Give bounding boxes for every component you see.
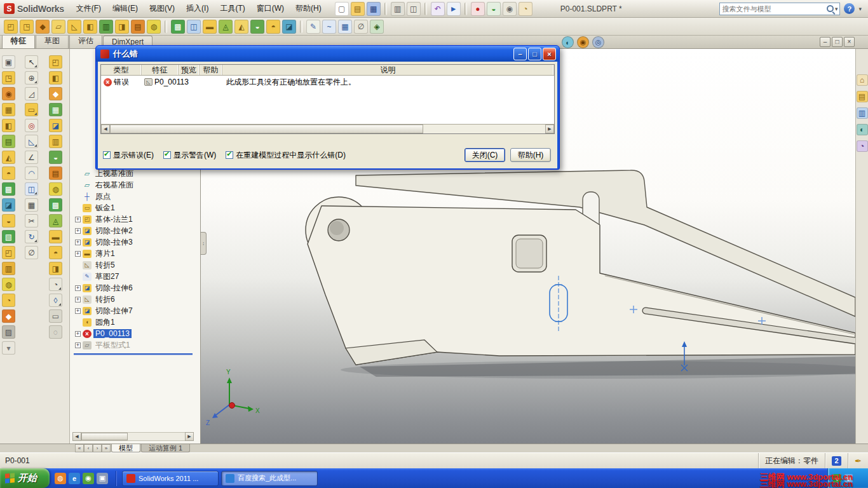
toolbar2-icon[interactable]: ◍ bbox=[147, 20, 161, 34]
left-toolbar-icon[interactable]: ▤ bbox=[49, 166, 62, 180]
left-toolbar-icon[interactable]: ▧ bbox=[2, 230, 15, 243]
toolbar2-icon[interactable]: ∅ bbox=[354, 20, 368, 34]
feature-label[interactable]: 平板型式1 bbox=[93, 340, 132, 351]
feature-label[interactable]: 圆角1 bbox=[93, 317, 117, 328]
headsup-icon[interactable]: ◉ bbox=[577, 36, 589, 48]
menu-item[interactable]: 工具(T) bbox=[214, 0, 250, 17]
left-toolbar-icon[interactable]: ⊕ bbox=[25, 71, 38, 85]
tree-expander-icon[interactable] bbox=[75, 251, 81, 257]
left-toolbar-icon[interactable]: ◓ bbox=[2, 166, 15, 180]
left-toolbar-icon[interactable]: ▾ bbox=[2, 341, 15, 355]
feature-tree-item[interactable]: 切除-拉伸6 bbox=[71, 282, 199, 294]
toolbar-icon[interactable] bbox=[384, 3, 387, 15]
feature-tree-item[interactable]: 草图27 bbox=[71, 271, 199, 282]
scroll-right-icon[interactable]: ▶ bbox=[185, 432, 194, 441]
toolbar2-icon[interactable]: ▦ bbox=[338, 20, 352, 34]
toolbar-icon[interactable] bbox=[465, 3, 467, 15]
left-toolbar-icon[interactable]: ◌ bbox=[49, 325, 62, 339]
left-toolbar-icon[interactable]: ▨ bbox=[2, 325, 15, 339]
left-toolbar-icon[interactable]: ▥ bbox=[2, 262, 15, 275]
commandmanager-tab[interactable]: 草图 bbox=[36, 34, 69, 48]
left-toolbar-icon[interactable]: ◔ bbox=[49, 278, 62, 291]
model-tab[interactable]: 模型 bbox=[111, 444, 140, 452]
checkbox-icon[interactable] bbox=[103, 151, 111, 159]
scroll-left-icon[interactable]: ◀ bbox=[72, 432, 81, 441]
tree-expander-icon[interactable] bbox=[75, 308, 81, 314]
left-toolbar-icon[interactable]: ◍ bbox=[2, 278, 15, 291]
search-box[interactable]: ▾ bbox=[719, 3, 840, 15]
left-toolbar-icon[interactable]: ◫ bbox=[25, 182, 38, 196]
left-toolbar-icon[interactable]: ◧ bbox=[49, 71, 62, 85]
taskpane-icon[interactable]: ◔ bbox=[857, 140, 868, 152]
toolbar2-icon[interactable]: ◨ bbox=[115, 20, 129, 34]
left-toolbar-icon[interactable]: ▭ bbox=[49, 309, 62, 323]
toolbar-icon[interactable]: ↶ bbox=[431, 2, 445, 16]
feature-label[interactable]: P0_00113 bbox=[93, 329, 132, 338]
start-button[interactable]: 开始 bbox=[0, 468, 50, 488]
scroll-thumb[interactable] bbox=[81, 433, 128, 440]
feature-label[interactable]: 原点 bbox=[93, 191, 112, 202]
status-quill-cell[interactable]: ✒ bbox=[848, 453, 868, 468]
toolbar2-icon[interactable]: ◫ bbox=[187, 20, 201, 34]
dialog-checkbox[interactable]: 在重建模型过程中显示什么错(D) bbox=[226, 150, 346, 161]
feature-tree-item[interactable]: 圆角1 bbox=[71, 316, 199, 328]
toolbar2-icon[interactable]: ◧ bbox=[83, 20, 97, 34]
left-toolbar-icon[interactable]: ◪ bbox=[2, 198, 15, 212]
feature-label[interactable]: 薄片1 bbox=[93, 248, 117, 259]
feature-label[interactable]: 草图27 bbox=[93, 271, 121, 282]
tray-icon[interactable]: ◉ bbox=[844, 474, 853, 482]
feature-label[interactable]: 上视基准面 bbox=[93, 168, 135, 179]
column-type[interactable]: 类型 bbox=[101, 65, 142, 75]
left-toolbar-icon[interactable]: ◰ bbox=[2, 246, 15, 259]
document-window-button[interactable]: × bbox=[844, 37, 855, 47]
left-toolbar-icon[interactable]: ◳ bbox=[2, 71, 15, 85]
left-toolbar-icon[interactable]: ▭ bbox=[25, 103, 38, 116]
toolbar2-icon[interactable]: ▬ bbox=[203, 20, 217, 34]
toolbar2-icon[interactable]: ▱ bbox=[51, 20, 65, 34]
feature-label[interactable]: 转折5 bbox=[93, 260, 117, 271]
feature-label[interactable]: 切除-拉伸2 bbox=[93, 226, 135, 236]
dialog-checkbox[interactable]: 显示错误(E) bbox=[103, 150, 154, 161]
left-toolbar-icon[interactable]: ◆ bbox=[2, 309, 15, 323]
toolbar2-icon[interactable]: ◬ bbox=[219, 20, 233, 34]
left-toolbar-icon[interactable]: ◔ bbox=[2, 294, 15, 307]
rollback-bar[interactable] bbox=[74, 353, 193, 355]
left-toolbar-icon[interactable]: ◠ bbox=[25, 166, 38, 180]
column-preview[interactable]: 预览 bbox=[179, 65, 200, 75]
feature-tree-item[interactable]: 切除-拉伸3 bbox=[71, 236, 199, 248]
quick-launch-icon[interactable]: ▣ bbox=[97, 473, 108, 484]
tree-expander-icon[interactable] bbox=[75, 217, 81, 222]
checkbox-icon[interactable] bbox=[163, 151, 171, 159]
tree-expander-icon[interactable] bbox=[75, 297, 81, 302]
column-description[interactable]: 说明 bbox=[222, 65, 554, 75]
tree-expander-icon[interactable] bbox=[75, 285, 81, 291]
feature-label[interactable]: 切除-拉伸6 bbox=[93, 283, 135, 294]
scroll-track[interactable] bbox=[81, 432, 185, 441]
toolbar-icon[interactable]: ▥ bbox=[391, 2, 405, 16]
feature-label[interactable]: 切除-拉伸3 bbox=[93, 237, 135, 248]
status-badge[interactable]: 2 bbox=[832, 456, 841, 466]
feature-label[interactable]: 切除-拉伸7 bbox=[93, 306, 135, 316]
left-toolbar-icon[interactable]: ◨ bbox=[49, 262, 62, 275]
left-toolbar-icon[interactable]: ↖ bbox=[25, 55, 38, 69]
status-badge-cell[interactable]: 2 bbox=[825, 453, 848, 468]
toolbar2-icon[interactable]: ◓ bbox=[266, 20, 280, 34]
quick-launch-icon[interactable]: ◉ bbox=[83, 473, 94, 484]
toolbar-icon[interactable]: ◔ bbox=[519, 2, 532, 16]
left-toolbar-icon[interactable]: ◊ bbox=[49, 294, 62, 307]
toolbar2-icon[interactable]: ◈ bbox=[370, 20, 384, 34]
feature-label[interactable]: 钣金1 bbox=[93, 203, 117, 214]
toolbar-icon[interactable]: ▤ bbox=[351, 2, 365, 16]
menu-item[interactable]: 视图(V) bbox=[144, 0, 180, 17]
left-toolbar-icon[interactable]: ◉ bbox=[2, 87, 15, 100]
toolbar2-icon[interactable]: ◭ bbox=[234, 20, 248, 34]
feature-tree-item[interactable]: 基体-法兰1 bbox=[71, 214, 199, 225]
toolbar2-icon[interactable]: ◆ bbox=[36, 20, 50, 34]
left-toolbar-icon[interactable]: ◧ bbox=[2, 119, 15, 132]
feature-label[interactable]: 右视基准面 bbox=[93, 180, 135, 191]
left-toolbar-icon[interactable]: ✂ bbox=[25, 214, 38, 227]
tab-nav-icon[interactable]: › bbox=[93, 444, 102, 452]
tree-expander-icon[interactable] bbox=[75, 331, 81, 337]
toolbar2-icon[interactable] bbox=[300, 20, 302, 33]
menu-item[interactable]: 文件(F) bbox=[71, 0, 107, 17]
